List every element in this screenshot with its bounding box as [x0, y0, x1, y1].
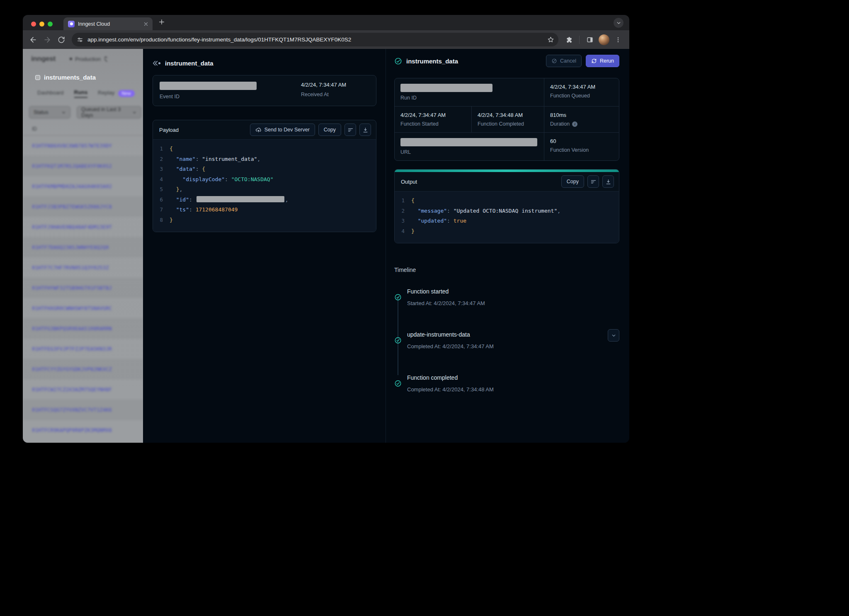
- expand-step-button[interactable]: [608, 329, 619, 342]
- chevron-down-icon: [132, 110, 137, 115]
- wrap-text-button[interactable]: [344, 124, 356, 136]
- code-text: }: [170, 215, 173, 226]
- tab-search-button[interactable]: [614, 18, 623, 28]
- browser-tab[interactable]: Inngest Cloud: [63, 17, 153, 30]
- code-token: ,: [557, 208, 560, 214]
- close-window-button[interactable]: [31, 22, 36, 27]
- code-token: ,: [257, 156, 260, 162]
- run-id-item[interactable]: 01HTFHYWF32TSB9HGT01F5BTBJ: [23, 278, 143, 298]
- line-number: 3: [153, 164, 170, 175]
- zoom-window-button[interactable]: [48, 22, 53, 27]
- info-icon[interactable]: i: [572, 121, 577, 127]
- payload-copy-button[interactable]: Copy: [318, 124, 341, 136]
- run-id-item[interactable]: 01HTFCSQG7ZYVXNZVC7VT1Z4K6: [23, 400, 143, 420]
- function-icon: [35, 75, 40, 80]
- code-text: "id": ,: [170, 195, 288, 205]
- line-number: 4: [395, 226, 411, 237]
- scroll-to-bottom-button[interactable]: [359, 124, 371, 136]
- side-panel-icon[interactable]: [584, 34, 596, 46]
- run-id-item[interactable]: 01HTFKQT1M7RSJQABEXYF0K0S2: [23, 156, 143, 176]
- address-bar[interactable]: app.inngest.com/env/production/functions…: [72, 33, 558, 46]
- rerun-button[interactable]: Rerun: [586, 55, 619, 67]
- step-success-check-icon: [394, 287, 402, 307]
- scroll-to-bottom-icon: [362, 127, 369, 133]
- timeline-item-text: Function startedStarted At: 4/2/2024, 7:…: [407, 287, 619, 307]
- forward-button[interactable]: [41, 34, 53, 46]
- output-code[interactable]: 1{2 "message": "Updated OCTO:NASDAQ inst…: [395, 191, 619, 243]
- run-id-item[interactable]: 01HTFCR9KAPQP0R8PZK3MQNMX8: [23, 420, 143, 440]
- payload-code[interactable]: 1{2 "name": "instrument_data",3 "data": …: [153, 139, 376, 232]
- success-check-icon: [394, 57, 402, 65]
- event-meta-card: Event ID 4/2/24, 7:34:47 AM Received At: [153, 75, 376, 106]
- code-token: {: [202, 166, 205, 172]
- profile-avatar[interactable]: [599, 34, 609, 45]
- event-panel: instrument_data Event ID 4/2/24, 7:34:47…: [143, 49, 386, 443]
- timeline-item-text: update-instruments-dataCompleted At: 4/2…: [407, 330, 602, 350]
- url-label: URL: [400, 149, 538, 155]
- back-button[interactable]: [27, 34, 39, 46]
- bookmark-star-icon[interactable]: [547, 36, 554, 43]
- url-text[interactable]: app.inngest.com/env/production/functions…: [87, 36, 547, 43]
- code-token: "data": [176, 166, 196, 172]
- new-badge: New: [118, 90, 135, 97]
- run-id-item[interactable]: 01HTFCW27CZ2X3AZM75QEYNH8F: [23, 379, 143, 400]
- event-icon: [153, 60, 161, 67]
- run-id-redacted-value: [400, 84, 492, 92]
- function-completed-label: Function Completed: [478, 121, 538, 127]
- event-title: instrument_data: [165, 60, 213, 67]
- timeline-item-title: Function started: [407, 287, 619, 296]
- browser-menu-icon[interactable]: [612, 34, 624, 46]
- minimize-window-button[interactable]: [39, 22, 44, 27]
- output-copy-button[interactable]: Copy: [561, 175, 584, 188]
- code-token: "name": [176, 156, 196, 162]
- run-id-item[interactable]: 01HTFN86XV8CXW87857W7E39DY: [23, 136, 143, 156]
- tab-replay[interactable]: Replay: [98, 90, 114, 97]
- function-started-cell: 4/2/24, 7:34:47 AM Function Started: [395, 107, 471, 132]
- tab-dashboard[interactable]: Dashboard: [37, 90, 64, 97]
- send-to-dev-server-button[interactable]: Send to Dev Server: [250, 124, 315, 136]
- timeline-item: Function completedCompleted At: 4/2/2024…: [394, 373, 619, 402]
- environment-dot-icon: [70, 58, 72, 60]
- date-range-filter[interactable]: Queued in Last 3 Days: [77, 106, 141, 119]
- duration-label: Duration i: [550, 121, 613, 127]
- event-id-cell: Event ID: [160, 82, 301, 99]
- run-panel: instruments_data Cancel Rerun: [386, 49, 629, 443]
- cancel-label: Cancel: [560, 58, 576, 64]
- code-line: 3 "updated": true: [395, 216, 619, 226]
- run-id-item[interactable]: 01HTFKMBPMD0ZAJ4AG04K03A02: [23, 176, 143, 196]
- payload-header: Payload Send to Dev Server Copy: [153, 120, 376, 139]
- run-id-item[interactable]: 01HTF7DA6Q238SJWNHYE8Q2Q0: [23, 237, 143, 257]
- output-scroll-to-bottom-button[interactable]: [602, 175, 614, 188]
- tab-strip: Inngest Cloud: [23, 15, 629, 30]
- reload-button[interactable]: [55, 34, 68, 46]
- run-id-item[interactable]: 01HTFJ3B3PBZ7EWGK5Z086JYC8: [23, 196, 143, 217]
- run-id-item[interactable]: 01HTFHXGR0CWNHSWY8TSNAVGRC: [23, 298, 143, 318]
- site-settings-icon[interactable]: [77, 36, 83, 43]
- output-wrap-text-button[interactable]: [587, 175, 599, 188]
- code-token: "instrument_data": [202, 156, 257, 162]
- code-line: 4}: [395, 226, 619, 237]
- tab-runs[interactable]: Runs: [74, 89, 88, 98]
- run-id-list: 01HTFN86XV8CXW87857W7E39DY01HTFKQT1M7RSJ…: [23, 136, 143, 440]
- close-tab-icon[interactable]: [143, 21, 149, 27]
- line-number: 5: [153, 184, 170, 195]
- function-started-label: Function Started: [400, 121, 466, 127]
- cancel-slash-icon: [551, 58, 557, 64]
- new-tab-button[interactable]: [156, 16, 167, 28]
- run-id-item[interactable]: 01HTFG3BKPQSR9EAA5108RARRN: [23, 318, 143, 339]
- cancel-button[interactable]: Cancel: [546, 55, 582, 67]
- run-id-item[interactable]: 01HTFEG3FVJP7FZJP7EA5KN3JR: [23, 339, 143, 359]
- code-line: 1{: [395, 196, 619, 206]
- status-filter-label: Status: [34, 109, 48, 115]
- code-line: 2 "name": "instrument_data",: [153, 154, 376, 165]
- code-token: "Updated OCTO:NASDAQ instrument": [454, 208, 557, 214]
- environment-selector[interactable]: Production: [70, 56, 108, 62]
- output-title: Output: [401, 179, 558, 185]
- extensions-icon[interactable]: [563, 34, 575, 46]
- status-filter[interactable]: Status: [29, 106, 70, 119]
- run-id-item[interactable]: 01HTFJ9HAVE0BQ48AF4DM13E9T: [23, 217, 143, 237]
- run-id-item[interactable]: 01HTF7C7HF7RVN051Q3Y0253Z: [23, 257, 143, 278]
- function-title-row: instruments_data: [35, 74, 143, 81]
- inngest-favicon-icon: [68, 21, 75, 27]
- run-id-item[interactable]: 01HTFCYYZGYGYGDKJVP82NKXCZ: [23, 359, 143, 379]
